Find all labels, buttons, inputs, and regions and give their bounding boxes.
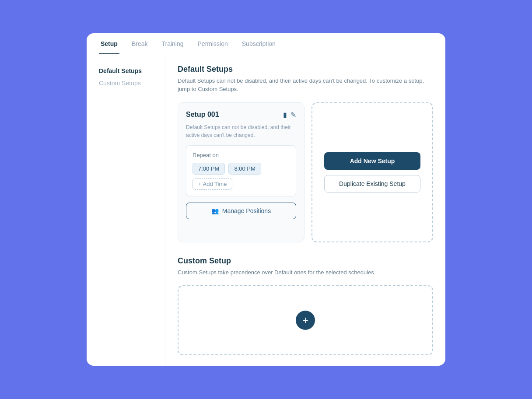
- default-setups-title: Default Setups: [178, 65, 433, 74]
- setup-001-card: Setup 001 ▮ ✎ Default Setups can not be …: [178, 102, 304, 242]
- custom-setup-section: Custom Setup Custom Setups take preceden…: [178, 256, 433, 356]
- manage-positions-label: Manage Positions: [222, 207, 271, 214]
- card-icons: ▮ ✎: [283, 111, 296, 119]
- time-tags: 7:00 PM 8:00 PM + Add Time: [192, 163, 290, 190]
- time-tag-2[interactable]: 8:00 PM: [228, 163, 261, 175]
- tab-permission[interactable]: Permission: [196, 33, 230, 54]
- tab-break[interactable]: Break: [130, 33, 150, 54]
- add-time-button[interactable]: + Add Time: [192, 178, 232, 190]
- content-area: Default Setups Custom Setups Default Set…: [87, 54, 445, 366]
- tab-subscription[interactable]: Subscription: [240, 33, 277, 54]
- action-card: Add New Setup Duplicate Existing Setup: [312, 102, 433, 242]
- default-setups-section: Default Setups Default Setups can not be…: [178, 65, 433, 242]
- tab-training[interactable]: Training: [160, 33, 185, 54]
- setup-card-description: Default Setups can not be disabled, and …: [186, 123, 296, 139]
- tab-setup[interactable]: Setup: [99, 33, 119, 54]
- sidebar: Default Setups Custom Setups: [87, 54, 165, 366]
- edit-icon[interactable]: ✎: [290, 111, 296, 119]
- manage-positions-icon: 👥: [211, 207, 219, 214]
- default-setups-description: Default Setups can not be disabled, and …: [178, 77, 433, 94]
- tabs-bar: Setup Break Training Permission Subscrip…: [87, 33, 445, 54]
- time-tag-1[interactable]: 7:00 PM: [192, 163, 225, 175]
- copy-icon[interactable]: ▮: [283, 111, 287, 119]
- setups-grid: Setup 001 ▮ ✎ Default Setups can not be …: [178, 102, 433, 242]
- custom-setup-title: Custom Setup: [178, 256, 433, 266]
- main-panel: Default Setups Default Setups can not be…: [165, 54, 445, 366]
- add-new-setup-button[interactable]: Add New Setup: [324, 152, 420, 170]
- duplicate-setup-button[interactable]: Duplicate Existing Setup: [324, 175, 420, 192]
- repeat-section: Repeat on 7:00 PM 8:00 PM + Add Time: [186, 145, 296, 196]
- manage-positions-button[interactable]: 👥 Manage Positions: [186, 203, 296, 219]
- setup-card-header: Setup 001 ▮ ✎: [186, 111, 296, 119]
- setup-card-title: Setup 001: [186, 111, 219, 119]
- main-container: Setup Break Training Permission Subscrip…: [87, 33, 445, 366]
- custom-dashed-card: +: [178, 285, 433, 355]
- custom-setup-description: Custom Setups take precedence over Defau…: [178, 268, 433, 277]
- sidebar-item-custom-setups[interactable]: Custom Setups: [99, 77, 165, 89]
- sidebar-item-default-setups[interactable]: Default Setups: [99, 65, 165, 77]
- add-custom-setup-button[interactable]: +: [296, 311, 315, 330]
- repeat-label: Repeat on: [192, 152, 290, 158]
